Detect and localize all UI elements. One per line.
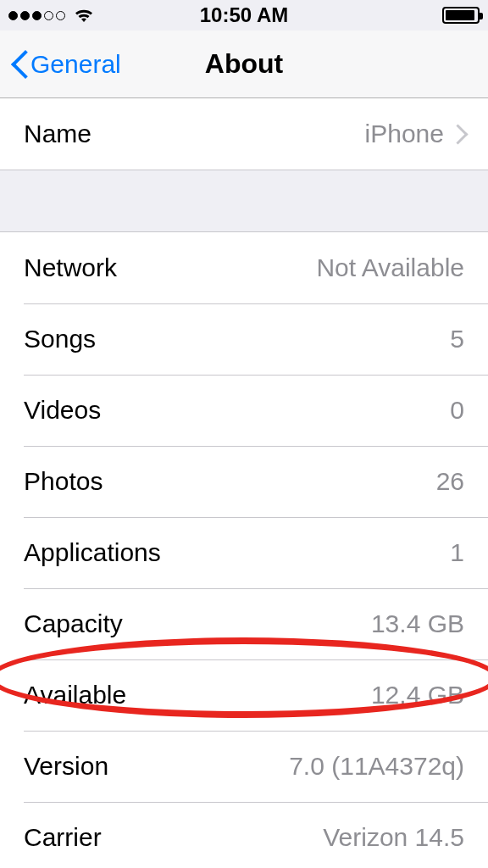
row-label: Network — [24, 253, 117, 282]
row-value: 1 — [450, 538, 464, 567]
navigation-bar: General About — [0, 31, 488, 98]
row-name[interactable]: Name iPhone — [0, 98, 488, 170]
section-details: Network Not Available Songs 5 Videos 0 P… — [0, 231, 488, 868]
row-label: Version — [24, 752, 108, 781]
row-value: 13.4 GB — [371, 609, 464, 638]
row-available: Available 12.4 GB — [0, 659, 488, 731]
row-label: Carrier — [24, 823, 102, 852]
row-label: Applications — [24, 538, 161, 567]
back-label: General — [30, 50, 121, 79]
row-applications: Applications 1 — [0, 517, 488, 588]
chevron-right-icon — [452, 124, 464, 144]
chevron-left-icon — [10, 49, 29, 80]
signal-strength-icon — [8, 11, 65, 20]
section-name: Name iPhone — [0, 98, 488, 170]
row-version: Version 7.0 (11A4372q) — [0, 731, 488, 802]
row-capacity: Capacity 13.4 GB — [0, 588, 488, 659]
row-value: 0 — [450, 396, 464, 425]
row-value: 12.4 GB — [371, 681, 464, 709]
row-label: Videos — [24, 396, 101, 425]
row-photos: Photos 26 — [0, 446, 488, 517]
row-value: Not Available — [316, 253, 464, 282]
row-label: Capacity — [24, 609, 123, 638]
row-value: iPhone — [365, 120, 464, 148]
row-network: Network Not Available — [0, 232, 488, 303]
row-carrier: Carrier Verizon 14.5 — [0, 802, 488, 868]
row-value: Verizon 14.5 — [323, 823, 464, 852]
status-left — [8, 7, 96, 24]
row-value: 7.0 (11A4372q) — [289, 752, 464, 781]
battery-icon — [442, 7, 480, 24]
wifi-icon — [72, 7, 96, 24]
page-title: About — [205, 48, 283, 80]
row-songs: Songs 5 — [0, 303, 488, 375]
row-videos: Videos 0 — [0, 375, 488, 446]
row-label: Photos — [24, 467, 103, 496]
status-bar: 10:50 AM — [0, 0, 488, 31]
row-label: Available — [24, 681, 126, 709]
status-right — [442, 7, 480, 24]
row-label: Songs — [24, 325, 96, 353]
row-value: 5 — [450, 325, 464, 353]
back-button[interactable]: General — [10, 49, 121, 80]
row-label: Name — [24, 120, 92, 148]
row-value: 26 — [436, 467, 464, 496]
status-time: 10:50 AM — [200, 3, 288, 27]
